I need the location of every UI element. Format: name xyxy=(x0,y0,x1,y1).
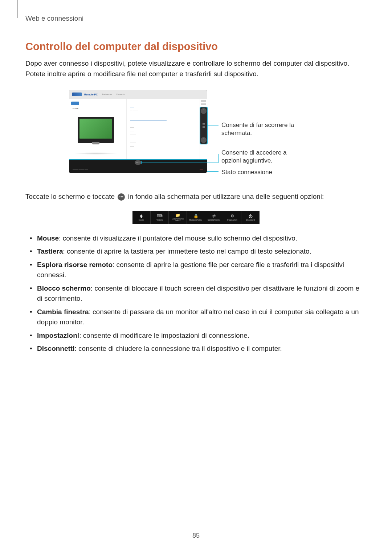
folder-icon: 📁 xyxy=(175,213,180,218)
feature-term: Impostazioni xyxy=(37,332,79,339)
feature-item: Impostazioni: consente di modificare le … xyxy=(36,331,367,341)
feature-term: Cambia finestra xyxy=(37,308,89,316)
toolbar-gear-button[interactable]: ⚙Impostazioni xyxy=(223,211,241,224)
toolbar-label: Mouse xyxy=(139,219,144,221)
options-toolbar: ⬮Mouse⌨Tastiera📁Esplora risorse remoto🔒B… xyxy=(132,211,260,224)
intro-paragraph: Dopo aver connesso i dispositivi, potete… xyxy=(25,58,367,79)
inline-before: Toccate lo schermo e toccate xyxy=(25,193,115,200)
figure: Remote PC Preferences Connect to Home ——… xyxy=(69,90,323,181)
header-rule xyxy=(17,0,18,18)
more-options-icon[interactable]: ••• xyxy=(135,160,141,165)
section-header: Web e connessioni xyxy=(25,15,367,22)
home-badge xyxy=(71,102,79,105)
page-number: 85 xyxy=(0,532,392,539)
tablet-mock: Remote PC Preferences Connect to Home ——… xyxy=(69,90,207,173)
feature-term: Disconnetti xyxy=(37,345,74,352)
toolbar-label: Blocco schermo xyxy=(189,219,203,221)
toolbar-mouse-button[interactable]: ⬮Mouse xyxy=(132,211,151,224)
tablet-bottom-bar: ••• ——— ——— —— —— xyxy=(69,160,207,173)
feature-desc: : consente di chiudere la connessione tr… xyxy=(74,345,282,352)
feature-desc: : consente di visualizzare il puntatore … xyxy=(59,234,297,242)
page-title: Controllo del computer dal dispositivo xyxy=(25,41,367,53)
app-menu-item: Preferences xyxy=(102,93,112,95)
swap-icon: ⇄ xyxy=(212,214,217,219)
app-menu-item: Connect to xyxy=(116,93,125,95)
app-title: Remote PC xyxy=(84,93,98,96)
feature-term: Esplora risorse remoto xyxy=(37,261,113,268)
scroll-widget[interactable]: ˄ ˅ xyxy=(200,107,208,144)
feature-term: Blocco schermo xyxy=(37,284,91,292)
toolbar-label: Impostazioni xyxy=(227,219,237,221)
more-options-icon: ••• xyxy=(118,193,125,201)
feature-item: Esplora risorse remoto: consente di apri… xyxy=(36,260,367,280)
feature-term: Tastiera xyxy=(37,247,63,255)
feature-item: Disconnetti: consente di chiudere la con… xyxy=(36,344,367,354)
toolbar-lock-button[interactable]: 🔒Blocco schermo xyxy=(187,211,205,224)
inline-instruction: Toccate lo schermo e toccate ••• in fond… xyxy=(25,192,367,202)
feature-desc: : consente di aprire la tastiera per imm… xyxy=(63,247,311,255)
callout-scroll: Consente di far scorrere la schermata. xyxy=(221,121,298,137)
toolbar-power-button[interactable]: ⏻Disconnetti xyxy=(241,211,260,224)
inline-after: in fondo alla schermata per utilizzare u… xyxy=(128,193,324,200)
scroll-up-icon[interactable]: ˄ xyxy=(201,108,207,114)
feature-item: Tastiera: consente di aprire la tastiera… xyxy=(36,246,367,257)
mouse-icon: ⬮ xyxy=(139,214,144,219)
scroll-down-icon[interactable]: ˅ xyxy=(201,137,207,143)
gear-icon: ⚙ xyxy=(230,214,235,219)
lock-icon: 🔒 xyxy=(193,214,199,219)
toolbar-label: Cambia finestra xyxy=(208,219,220,221)
toolbar-swap-button[interactable]: ⇄Cambia finestra xyxy=(205,211,223,224)
feature-item: Mouse: consente di visualizzare il punta… xyxy=(36,233,367,244)
callout-options: Consente di accedere a opzioni aggiuntiv… xyxy=(221,149,298,165)
toolbar-label: Disconnetti xyxy=(246,219,255,221)
home-label: Home xyxy=(73,107,78,110)
toolbar-label: Tastiera xyxy=(156,219,163,221)
feature-list: Mouse: consente di visualizzare il punta… xyxy=(25,233,367,354)
samsung-logo xyxy=(72,93,82,96)
feature-desc: : consente di modificare le impostazioni… xyxy=(79,332,249,339)
toolbar-folder-button[interactable]: 📁Esplora risorse remoto xyxy=(169,211,187,224)
keyboard-icon: ⌨ xyxy=(157,214,162,219)
feature-term: Mouse xyxy=(37,234,59,242)
monitor-icon xyxy=(78,117,114,143)
callout-status: Stato connessione xyxy=(221,168,298,176)
toolbar-keyboard-button[interactable]: ⌨Tastiera xyxy=(151,211,169,224)
toolbar-label: Esplora risorse remoto xyxy=(169,218,187,222)
feature-item: Cambia finestra: consente di passare da … xyxy=(36,307,367,328)
power-icon: ⏻ xyxy=(248,214,253,219)
feature-item: Blocco schermo: consente di bloccare il … xyxy=(36,283,367,304)
